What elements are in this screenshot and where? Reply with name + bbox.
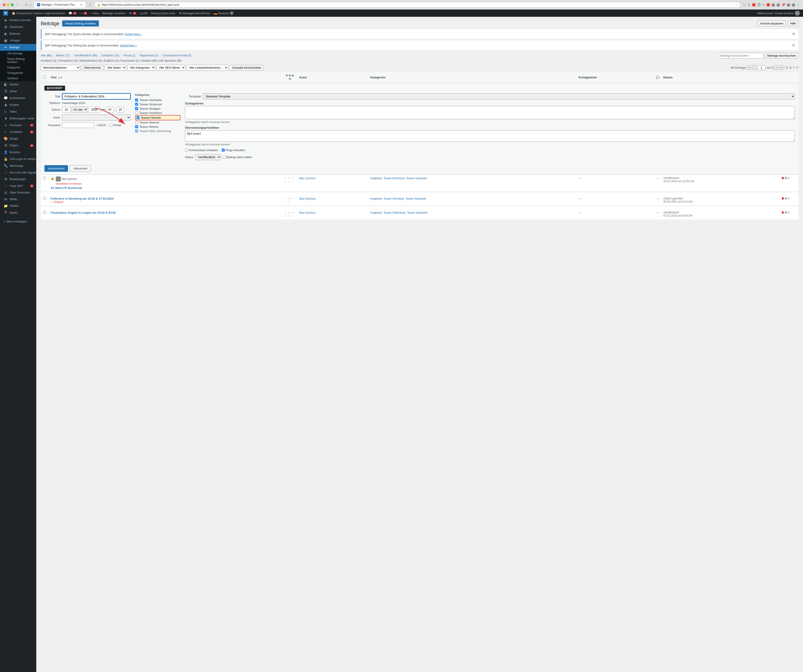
filter-published[interactable]: Veröffentlicht (66) [74, 54, 98, 57]
llar-item[interactable]: LLAR [138, 10, 149, 17]
sidebar-item-medien[interactable]: ◧ Medien [0, 81, 36, 88]
sidebar-collapse[interactable]: « Menü einklappen [0, 218, 36, 225]
post1-title-link[interactable]: 10 Jahre FP Dortmund [50, 186, 281, 190]
browser-reload[interactable]: ↻ [25, 3, 28, 6]
cat-stralsund-checkbox[interactable] [135, 103, 138, 106]
sidebar-item-complianz[interactable]: ✓ Complianz 2 [0, 128, 36, 135]
update-button[interactable]: Aktualisieren [44, 165, 68, 172]
apply-button[interactable]: Übernehmen [81, 65, 103, 70]
restrict-button[interactable]: Auswahl einschränken [229, 65, 264, 70]
post3-author-link[interactable]: Max Quintus [299, 211, 316, 214]
template-select[interactable]: Standard-Template [203, 93, 795, 99]
extension-icon8[interactable]: ⬤ [787, 3, 790, 6]
sidebar-item-betheme[interactable]: ◐ Betheme [0, 30, 36, 37]
extension-icon5[interactable]: ⬤ [772, 3, 775, 6]
post1-author-link[interactable]: Max Quintus [299, 177, 316, 180]
refresh-icon[interactable]: ↻ [796, 66, 798, 69]
sidebar-item-design[interactable]: 🎨 Design [0, 135, 36, 142]
filter-trash[interactable]: Papierkorb (2) [140, 54, 158, 57]
first-page-button[interactable]: « [747, 65, 751, 70]
date-hour-input[interactable] [106, 107, 114, 112]
sidebar-item-beitrage[interactable]: ✏ Beiträge [0, 44, 36, 51]
cat-vehlefanz-label[interactable]: Teaser-Vehlefanz [140, 111, 162, 115]
date-month-select[interactable]: 01-Jan [72, 107, 88, 113]
cancel-button[interactable]: Abbrechen [70, 165, 91, 172]
filter-drafts[interactable]: Entwürfe (21) [102, 54, 119, 57]
sidebar-item-slider-rev[interactable]: ◎ Slider Revolution [0, 189, 36, 196]
seo-filter-select[interactable]: Alle SEO-Werte [157, 65, 185, 70]
user-item[interactable]: Willkommen, Daniel Koethe [755, 10, 801, 17]
sidebar-item-yoast[interactable]: Y Yoast SEO 2 [0, 183, 36, 189]
language-item[interactable]: 🇩🇪 Deutsch ? [212, 10, 236, 17]
cat-startseite-checkbox[interactable] [135, 99, 138, 102]
post2-cat1-link[interactable]: Angebote [370, 197, 382, 200]
prev-page-button[interactable]: ‹ [753, 65, 756, 70]
tags-textarea[interactable] [185, 106, 795, 119]
sidebar-item-limit-login[interactable]: 🔒 Limit Login At- tempts [0, 156, 36, 162]
cat-stralsund-label[interactable]: Teaser-Stralsund [140, 103, 162, 106]
wv-item[interactable]: W 2 [127, 10, 138, 17]
sidebar-item-benutzer[interactable]: 👤 Benutzer [0, 149, 36, 156]
cat-weyhe-label[interactable]: Teaser-Weyhe [140, 125, 158, 128]
readability-filter-select[interactable]: Alle Lesbarkeitsbewertu... [187, 65, 228, 70]
sidebar-item-wpml[interactable]: W WPML [0, 196, 36, 203]
post3-cat3-link[interactable]: Teaser-Startseite [407, 211, 428, 214]
cat-startseite-label[interactable]: Teaser-Startseite [140, 98, 162, 102]
sidebar-item-erfahrungsberichte[interactable]: ★ Erfahrungsbe- richte [0, 115, 36, 122]
sticky-label[interactable]: Beitrag oben halten [223, 156, 252, 159]
cat-stuttgart-checkbox[interactable] [135, 107, 138, 110]
search-button[interactable]: Beiträge durchsuchen [765, 53, 798, 58]
post2-checkbox[interactable] [43, 197, 46, 200]
post1-cat2-link[interactable]: Teaser-Dortmund [384, 177, 405, 180]
extension-icon2[interactable]: 🎵 [757, 3, 761, 6]
sidebar-item-dashboard[interactable]: ⊞ Dashboard [0, 24, 36, 30]
date-min-input[interactable] [117, 107, 124, 112]
browser-nav-forward[interactable]: › [20, 3, 23, 7]
sidebar-sub-kategorien[interactable]: Kategorien [0, 65, 36, 70]
sidebar-item-vorlagen[interactable]: ▣ Vorlagen [0, 37, 36, 44]
post1-cat1-link[interactable]: Angebote [370, 177, 382, 180]
grid-view-icon[interactable]: ⊞ [789, 66, 792, 69]
col-categories[interactable]: Kategorien [368, 72, 576, 83]
comments-label[interactable]: Kommentare erlauben [185, 148, 218, 152]
filter-all[interactable]: Alle (88) [41, 54, 52, 57]
autor-select[interactable] [62, 114, 131, 120]
sidebar-item-hosting[interactable]: ◈ Hosting Overview [0, 17, 36, 24]
fullscreen-button[interactable] [11, 3, 14, 6]
post1-checkbox[interactable] [43, 177, 46, 179]
sidebar-sub-schlagworter[interactable]: Schlagwörter [0, 70, 36, 76]
password-input[interactable] [62, 122, 94, 128]
sidebar-item-seiten[interactable]: ☰ Seiten [0, 88, 36, 95]
extension-icon1[interactable]: 🔴 [752, 3, 756, 6]
notice-1-link[interactable]: Install Now » [124, 32, 141, 36]
sidebar-item-karten[interactable]: 📍 Karten [0, 209, 36, 216]
extension-icon7[interactable]: 📌 [782, 3, 785, 6]
last-page-button[interactable]: » [779, 65, 784, 70]
post1-cat3-link[interactable]: Teaser-Startseite [406, 177, 427, 180]
cat-voerde-label[interactable]: Teaser-Voerde [141, 116, 161, 119]
help-button[interactable]: Hilfe [788, 21, 798, 26]
post2-cat3-link[interactable]: Teaser-Startseite [406, 197, 426, 200]
shield-icon[interactable]: 🛡 [743, 3, 746, 6]
date-day-input[interactable] [62, 107, 71, 112]
post3-move-icons[interactable]: + + + + + [285, 211, 294, 218]
comments-checkbox[interactable] [185, 149, 188, 152]
cat-vehlefanz-checkbox[interactable] [135, 112, 138, 114]
cat-weyhe-checkbox[interactable] [135, 125, 138, 128]
post3-cat1-link[interactable]: Angebote [370, 211, 382, 214]
cat-wien-checkbox[interactable] [135, 130, 138, 133]
new-tab-button[interactable]: + [87, 3, 93, 7]
bulk-action-select[interactable]: Mehrfachaktionen Bearbeiten In den Papie… [41, 65, 80, 70]
filter-mine[interactable]: Meine (17) [56, 54, 70, 57]
cat-voerde-checkbox[interactable] [137, 116, 140, 119]
translation-textarea[interactable]: Optional [185, 130, 795, 141]
edit-icon[interactable]: ✎ [793, 66, 795, 69]
pings-label[interactable]: Pings erlauben [222, 148, 245, 152]
cat-wien-label[interactable]: Teaser-Wien-Simmering [140, 129, 171, 133]
post2-title-link[interactable]: Futterfest in Nürnberg am 16.02 & 17.02.… [50, 197, 281, 200]
sidebar-item-werkzeuge[interactable]: 🔧 Werkzeuge [0, 162, 36, 169]
view-options-button[interactable]: Ansicht anpassen [757, 21, 786, 26]
site-name-item[interactable]: 🏠 Fisherman's Partner Anglerfachmarkt [10, 10, 67, 17]
privat-checkbox[interactable] [109, 124, 112, 127]
sidebar-sub-alle-beitrage[interactable]: Alle Beiträge [0, 51, 36, 56]
